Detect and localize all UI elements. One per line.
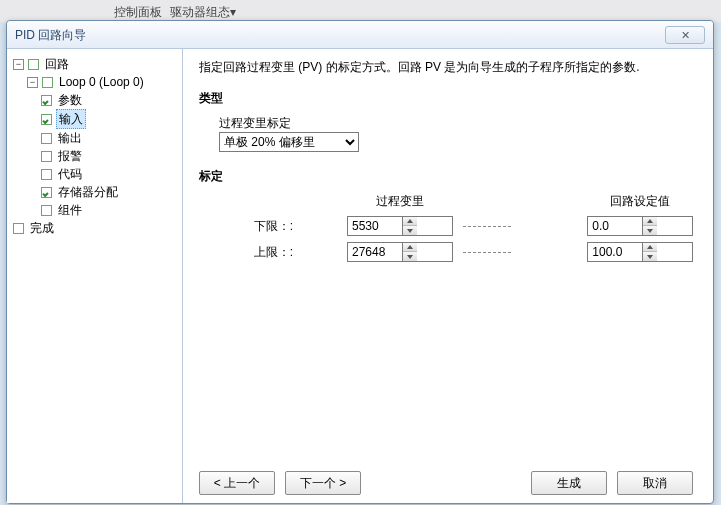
content-pane: 指定回路过程变里 (PV) 的标定方式。回路 PV 是为向导生成的子程序所指定的… <box>183 49 713 503</box>
low-pv-spinner[interactable] <box>347 216 453 236</box>
tree-node-done[interactable]: 完成 <box>13 219 178 237</box>
tree-node-code[interactable]: 代码 <box>41 165 178 183</box>
spin-up-icon[interactable] <box>643 243 657 252</box>
svg-marker-5 <box>407 255 413 259</box>
collapse-icon[interactable]: − <box>13 59 24 70</box>
tree-label: Loop 0 (Loop 0) <box>57 73 146 91</box>
spin-up-icon[interactable] <box>403 217 417 226</box>
tree-label-selected: 输入 <box>56 109 86 129</box>
checkbox-icon[interactable] <box>41 205 52 216</box>
col-header-sp: 回路设定值 <box>587 193 693 210</box>
page-description: 指定回路过程变里 (PV) 的标定方式。回路 PV 是为向导生成的子程序所指定的… <box>199 59 693 76</box>
background-toolbar: 控制面板 驱动器组态▾ <box>0 0 721 22</box>
section-title-type: 类型 <box>199 90 693 107</box>
type-select[interactable]: 单极 20% 偏移里 <box>219 132 359 152</box>
checkbox-icon[interactable] <box>41 169 52 180</box>
low-sp-spinner[interactable] <box>587 216 693 236</box>
col-header-pv: 过程变里 <box>347 193 453 210</box>
low-sp-input[interactable] <box>588 217 642 235</box>
prev-button[interactable]: < 上一个 <box>199 471 275 495</box>
svg-marker-7 <box>647 255 653 259</box>
tree-label: 报警 <box>56 147 84 165</box>
tree-node-output[interactable]: 输出 <box>41 129 178 147</box>
tree-label: 完成 <box>28 219 56 237</box>
svg-marker-6 <box>647 245 653 249</box>
scale-section: 标定 过程变里 回路设定值 下限：: 上 <box>199 168 693 262</box>
high-pv-input[interactable] <box>348 243 402 261</box>
high-sp-spinner[interactable] <box>587 242 693 262</box>
svg-marker-2 <box>647 219 653 223</box>
dash-connector <box>463 226 511 227</box>
checkbox-icon[interactable] <box>41 151 52 162</box>
section-title-scale: 标定 <box>199 168 693 185</box>
tree-label: 代码 <box>56 165 84 183</box>
tree-node-mem[interactable]: 存储器分配 <box>41 183 178 201</box>
checkbox-icon[interactable] <box>28 59 39 70</box>
type-field-label: 过程变里标定 <box>219 115 693 132</box>
type-section: 类型 过程变里标定 单极 20% 偏移里 <box>199 90 693 152</box>
dialog-title: PID 回路向导 <box>15 21 86 49</box>
spin-up-icon[interactable] <box>643 217 657 226</box>
checkbox-icon[interactable] <box>41 114 52 125</box>
high-label: 上限：: <box>219 244 297 261</box>
high-sp-input[interactable] <box>588 243 642 261</box>
spin-down-icon[interactable] <box>643 226 657 235</box>
nav-tree[interactable]: − 回路 − Loop 0 (Loop 0) 参数 <box>7 49 183 503</box>
svg-marker-4 <box>407 245 413 249</box>
svg-marker-0 <box>407 219 413 223</box>
checkbox-icon[interactable] <box>42 77 53 88</box>
bg-menu-1[interactable]: 控制面板 <box>114 4 162 21</box>
high-pv-spinner[interactable] <box>347 242 453 262</box>
spin-down-icon[interactable] <box>403 226 417 235</box>
tree-label: 输出 <box>56 129 84 147</box>
svg-marker-1 <box>407 229 413 233</box>
checkbox-icon[interactable] <box>41 133 52 144</box>
checkbox-icon[interactable] <box>13 223 24 234</box>
tree-node-alarm[interactable]: 报警 <box>41 147 178 165</box>
tree-node-comp[interactable]: 组件 <box>41 201 178 219</box>
tree-label: 回路 <box>43 55 71 73</box>
bg-menu-2[interactable]: 驱动器组态▾ <box>170 4 236 21</box>
spin-down-icon[interactable] <box>643 252 657 261</box>
next-button[interactable]: 下一个 > <box>285 471 361 495</box>
spin-up-icon[interactable] <box>403 243 417 252</box>
low-pv-input[interactable] <box>348 217 402 235</box>
svg-marker-3 <box>647 229 653 233</box>
tree-node-params[interactable]: 参数 <box>41 91 178 109</box>
tree-node-loops[interactable]: − 回路 <box>13 55 178 73</box>
generate-button[interactable]: 生成 <box>531 471 607 495</box>
low-label: 下限：: <box>219 218 297 235</box>
pid-wizard-dialog: PID 回路向导 ✕ − 回路 − Loop <box>6 20 714 504</box>
checkbox-icon[interactable] <box>41 95 52 106</box>
tree-node-loop0[interactable]: − Loop 0 (Loop 0) <box>27 73 178 91</box>
checkbox-icon[interactable] <box>41 187 52 198</box>
tree-label: 参数 <box>56 91 84 109</box>
titlebar: PID 回路向导 ✕ <box>7 21 713 49</box>
wizard-footer: < 上一个 下一个 > 生成 取消 <box>199 463 693 495</box>
tree-label: 组件 <box>56 201 84 219</box>
collapse-icon[interactable]: − <box>27 77 38 88</box>
tree-label: 存储器分配 <box>56 183 120 201</box>
cancel-button[interactable]: 取消 <box>617 471 693 495</box>
dash-connector <box>463 252 511 253</box>
spin-down-icon[interactable] <box>403 252 417 261</box>
close-button[interactable]: ✕ <box>665 26 705 44</box>
tree-node-input[interactable]: 输入 <box>41 109 178 129</box>
